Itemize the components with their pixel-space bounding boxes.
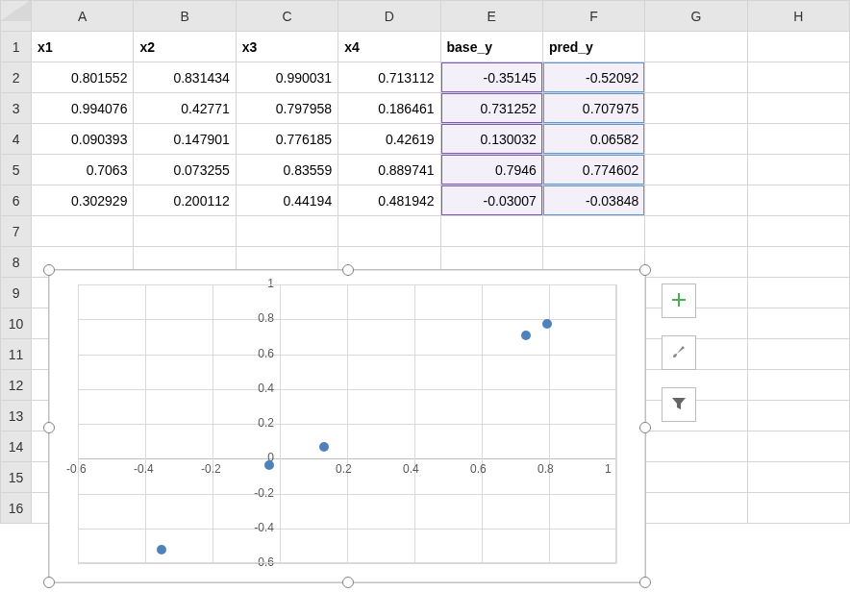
cell-D7[interactable] (338, 216, 440, 247)
cell-C7[interactable] (236, 216, 338, 247)
cell-F4[interactable]: 0.06582 (542, 124, 644, 155)
cell-H8[interactable] (747, 247, 849, 278)
row-header-2[interactable]: 2 (1, 62, 32, 93)
cell-G6[interactable] (645, 185, 747, 216)
cell-F5[interactable]: 0.774602 (542, 155, 644, 185)
col-header-C[interactable]: C (236, 1, 338, 32)
cell-F1[interactable]: pred_y (542, 32, 644, 62)
cell-G2[interactable] (645, 62, 747, 93)
cell-B1[interactable]: x2 (134, 32, 236, 62)
cell-H13[interactable] (747, 401, 849, 431)
cell-E3[interactable]: 0.731252 (440, 93, 542, 124)
chart-filters-button[interactable] (662, 387, 696, 422)
row-header-16[interactable]: 16 (1, 493, 32, 524)
cell-C4[interactable]: 0.776185 (236, 124, 338, 155)
cell-E6[interactable]: -0.03007 (440, 185, 542, 216)
row-header-4[interactable]: 4 (1, 124, 32, 155)
cell-G16[interactable] (645, 493, 747, 524)
cell-A4[interactable]: 0.090393 (32, 124, 134, 155)
cell-D4[interactable]: 0.42619 (338, 124, 440, 155)
cell-E2[interactable]: -0.35145 (440, 62, 542, 93)
cell-G3[interactable] (645, 93, 747, 124)
cell-H15[interactable] (747, 462, 849, 493)
cell-B2[interactable]: 0.831434 (134, 62, 236, 93)
resize-handle[interactable] (342, 577, 354, 588)
col-header-H[interactable]: H (747, 1, 849, 32)
chart-point[interactable] (157, 545, 166, 554)
cell-H9[interactable] (747, 278, 849, 308)
row-header-12[interactable]: 12 (1, 370, 32, 401)
cell-B7[interactable] (134, 216, 236, 247)
resize-handle[interactable] (639, 577, 651, 588)
cell-H3[interactable] (747, 93, 849, 124)
resize-handle[interactable] (639, 264, 651, 276)
cell-A2[interactable]: 0.801552 (32, 62, 134, 93)
cell-H7[interactable] (747, 216, 849, 247)
cell-G4[interactable] (645, 124, 747, 155)
col-header-G[interactable]: G (645, 1, 747, 32)
cell-H11[interactable] (747, 339, 849, 370)
cell-D1[interactable]: x4 (338, 32, 440, 62)
cell-B5[interactable]: 0.073255 (134, 155, 236, 185)
resize-handle[interactable] (43, 577, 55, 588)
cell-H1[interactable] (747, 32, 849, 62)
cell-H16[interactable] (747, 493, 849, 524)
cell-H6[interactable] (747, 185, 849, 216)
row-header-7[interactable]: 7 (1, 216, 32, 247)
cell-D5[interactable]: 0.889741 (338, 155, 440, 185)
cell-A5[interactable]: 0.7063 (32, 155, 134, 185)
cell-B4[interactable]: 0.147901 (134, 124, 236, 155)
cell-G15[interactable] (645, 462, 747, 493)
chart-elements-button[interactable] (662, 283, 696, 318)
resize-handle[interactable] (43, 264, 55, 276)
cell-H5[interactable] (747, 155, 849, 185)
col-header-B[interactable]: B (134, 1, 236, 32)
select-all-corner[interactable] (1, 1, 32, 32)
cell-E4[interactable]: 0.130032 (440, 124, 542, 155)
chart-point[interactable] (521, 331, 531, 340)
row-header-8[interactable]: 8 (1, 247, 32, 278)
cell-H4[interactable] (747, 124, 849, 155)
row-header-6[interactable]: 6 (1, 185, 32, 216)
cell-F2[interactable]: -0.52092 (542, 62, 644, 93)
cell-H2[interactable] (747, 62, 849, 93)
row-header-14[interactable]: 14 (1, 431, 32, 462)
cell-C6[interactable]: 0.44194 (236, 185, 338, 216)
chart-point[interactable] (542, 319, 552, 329)
cell-H14[interactable] (747, 431, 849, 462)
row-header-5[interactable]: 5 (1, 155, 32, 185)
cell-C3[interactable]: 0.797958 (236, 93, 338, 124)
row-header-11[interactable]: 11 (1, 339, 32, 370)
row-header-9[interactable]: 9 (1, 278, 32, 308)
cell-F7[interactable] (542, 216, 644, 247)
cell-F3[interactable]: 0.707975 (542, 93, 644, 124)
cell-A6[interactable]: 0.302929 (32, 185, 134, 216)
cell-E7[interactable] (440, 216, 542, 247)
row-header-1[interactable]: 1 (1, 32, 32, 62)
cell-G5[interactable] (645, 155, 747, 185)
cell-B6[interactable]: 0.200112 (134, 185, 236, 216)
cell-D3[interactable]: 0.186461 (338, 93, 440, 124)
chart-styles-button[interactable] (662, 335, 696, 370)
row-header-3[interactable]: 3 (1, 93, 32, 124)
cell-G1[interactable] (645, 32, 747, 62)
cell-G14[interactable] (645, 431, 747, 462)
chart-plot-area[interactable]: -0.6-0.4-0.200.20.40.60.81-0.6-0.4-0.20.… (78, 284, 616, 563)
resize-handle[interactable] (43, 422, 55, 433)
chart-point[interactable] (264, 460, 274, 470)
cell-C1[interactable]: x3 (236, 32, 338, 62)
embedded-chart[interactable]: -0.6-0.4-0.200.20.40.60.81-0.6-0.4-0.20.… (48, 269, 646, 583)
col-header-F[interactable]: F (542, 1, 644, 32)
row-header-13[interactable]: 13 (1, 401, 32, 431)
cell-B3[interactable]: 0.42771 (134, 93, 236, 124)
cell-H10[interactable] (747, 308, 849, 339)
cell-D2[interactable]: 0.713112 (338, 62, 440, 93)
cell-G7[interactable] (645, 216, 747, 247)
chart-point[interactable] (319, 442, 329, 452)
resize-handle[interactable] (639, 422, 651, 433)
col-header-A[interactable]: A (32, 1, 134, 32)
cell-A1[interactable]: x1 (32, 32, 134, 62)
col-header-D[interactable]: D (338, 1, 440, 32)
cell-F6[interactable]: -0.03848 (542, 185, 644, 216)
cell-C5[interactable]: 0.83559 (236, 155, 338, 185)
